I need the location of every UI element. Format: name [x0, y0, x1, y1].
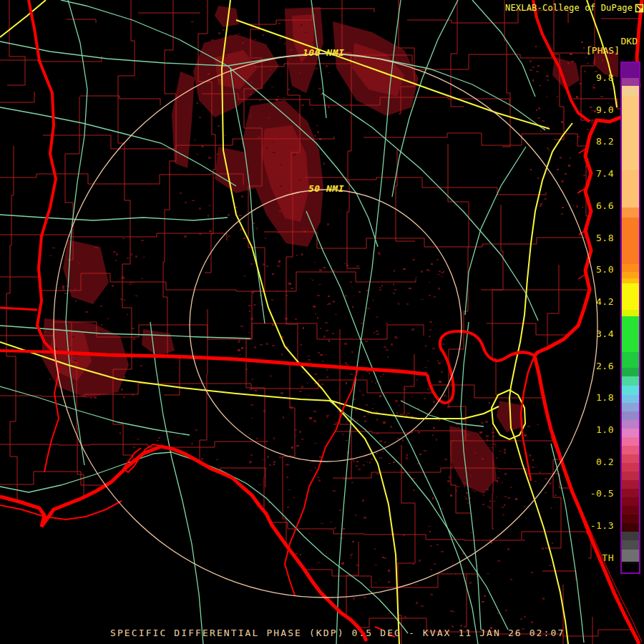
colorbar-segment: [622, 86, 639, 96]
colorbar-segment: [622, 480, 639, 489]
colorbar-segment: [622, 550, 639, 562]
colorbar-tick-label: 6.6: [577, 200, 614, 211]
colorbar-tick-label: 7.4: [577, 168, 614, 179]
colorbar-segment: [622, 540, 639, 550]
colorbar-segment: [622, 272, 639, 278]
colorbar-tick-label: -1.3: [577, 520, 614, 531]
colorbar-segment: [622, 454, 639, 463]
colorbar-segment: [622, 278, 639, 283]
colorbar-segment: [622, 208, 639, 218]
range-ring-label-50nmi: 50 NMI: [308, 183, 344, 194]
colorbar-tick-label: 4.2: [577, 296, 614, 307]
nexlab-logo-icon: [635, 4, 644, 13]
colorbar-tick-label: 9.0: [577, 104, 614, 115]
colorbar-segment: [622, 420, 639, 429]
colorbar-segment: [622, 403, 639, 411]
colorbar-tick-label: 1.8: [577, 392, 614, 403]
colorbar-segment: [622, 395, 639, 403]
colorbar-segment: [622, 376, 639, 386]
colorbar-segment: [622, 310, 639, 316]
colorbar-segment: [622, 523, 639, 532]
colorbar-segment: [622, 446, 639, 454]
colorbar-segment: [622, 562, 639, 564]
radar-basemap: [0, 0, 644, 644]
product-title-footer: SPECIFIC DIFFERENTIAL PHASE (KDP) 0.5 DE…: [110, 628, 565, 638]
colorbar-segment: [622, 96, 639, 170]
colorbar-segment: [622, 506, 639, 514]
colorbar-segment: [622, 472, 639, 480]
brand-title: NEXLAB-College of DuPage: [505, 3, 633, 13]
colorbar-segment: [622, 264, 639, 272]
colorbar-segment: [622, 78, 639, 86]
brand-title-row: NEXLAB-College of DuPage: [505, 3, 644, 13]
colorbar-segment: [622, 411, 639, 420]
colorbar-tick-label: TH: [577, 552, 614, 563]
radar-display: 9.89.08.27.46.65.85.04.23.42.61.81.00.2-…: [0, 0, 644, 644]
colorbar-tick-label: 5.0: [577, 264, 614, 275]
product-phase-tag: [PHAS]: [585, 45, 620, 56]
colorbar-segment: [622, 368, 639, 376]
colorbar-segment: [622, 514, 639, 523]
colorbar-tick-label: 5.8: [577, 233, 614, 243]
colorbar-tick-label: -0.5: [577, 488, 614, 499]
colorbar-segment: [622, 489, 639, 497]
colorbar-segment: [622, 386, 639, 395]
colorbar-segment: [622, 283, 639, 310]
colorbar-tick-label: 9.8: [577, 72, 614, 83]
colorbar-segment: [622, 63, 639, 78]
colorbar-tick-label: 2.6: [577, 361, 614, 371]
colorbar-segments: [622, 63, 639, 564]
colorbar-tick-label: 1.0: [577, 424, 614, 435]
range-ring-50nmi: [190, 190, 462, 462]
colorbar-segment: [622, 170, 639, 208]
colorbar-tick-label: 3.4: [577, 328, 614, 339]
colorbar-segment: [622, 218, 639, 264]
colorbar-segment: [622, 532, 639, 540]
colorbar-segment: [622, 497, 639, 506]
colorbar-segment: [622, 429, 639, 437]
colorbar: [620, 62, 640, 574]
colorbar-segment: [622, 463, 639, 472]
colorbar-segment: [622, 352, 639, 368]
colorbar-segment: [622, 316, 639, 352]
colorbar-segment: [622, 437, 639, 446]
range-ring-label-100nmi: 100 NMI: [303, 47, 344, 58]
colorbar-tick-label: 0.2: [577, 457, 614, 467]
colorbar-tick-label: 8.2: [577, 136, 614, 147]
